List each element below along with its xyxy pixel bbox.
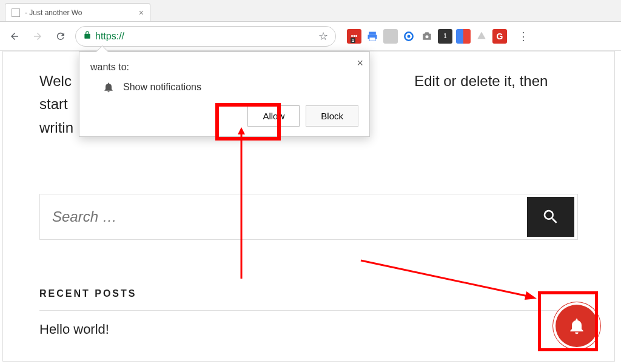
svg-rect-0 bbox=[369, 31, 376, 35]
extension-icon-camera[interactable] bbox=[420, 29, 434, 44]
extension-icon-print[interactable] bbox=[365, 29, 380, 44]
recent-posts-section: RECENT POSTS Hello world! bbox=[39, 288, 578, 337]
lock-icon bbox=[83, 31, 92, 41]
welcome-text-line2: writin bbox=[39, 119, 73, 136]
reload-button[interactable] bbox=[52, 28, 69, 45]
extension-icon-gray[interactable] bbox=[383, 29, 398, 44]
close-tab-icon[interactable]: × bbox=[139, 8, 144, 18]
browser-toolbar: https:// ☆ •••1 1 G ⋮ bbox=[0, 22, 621, 51]
notification-bell-widget[interactable] bbox=[556, 305, 598, 347]
allow-button[interactable]: Allow bbox=[247, 105, 300, 127]
browser-tab[interactable]: - Just another Wo × bbox=[5, 3, 150, 21]
svg-point-5 bbox=[426, 35, 429, 38]
permission-popup: × wants to: Show notifications Allow Blo… bbox=[79, 51, 370, 137]
search-icon bbox=[542, 208, 560, 226]
extension-icon-lastpass[interactable]: •••1 bbox=[347, 29, 361, 44]
recent-posts-heading: RECENT POSTS bbox=[39, 288, 578, 299]
search-box bbox=[39, 194, 578, 240]
url-text: https:// bbox=[95, 31, 315, 42]
welcome-text-prefix: Welc bbox=[39, 73, 72, 89]
extension-icon-dark-badge[interactable]: 1 bbox=[438, 29, 452, 44]
permission-buttons: Allow Block bbox=[90, 105, 358, 127]
bookmark-star-icon[interactable]: ☆ bbox=[318, 30, 328, 43]
block-button[interactable]: Block bbox=[306, 105, 358, 127]
back-button[interactable] bbox=[6, 28, 23, 45]
post-link[interactable]: Hello world! bbox=[39, 322, 109, 337]
extension-icon-q[interactable] bbox=[401, 29, 416, 44]
extension-icon-grammarly[interactable]: G bbox=[492, 29, 507, 44]
search-button[interactable] bbox=[527, 197, 574, 237]
bell-icon bbox=[567, 316, 586, 336]
svg-rect-2 bbox=[369, 37, 375, 41]
tab-favicon bbox=[12, 8, 20, 17]
permission-row: Show notifications bbox=[90, 81, 358, 93]
forward-button[interactable] bbox=[29, 28, 46, 45]
search-input[interactable] bbox=[40, 194, 527, 239]
browser-menu-button[interactable]: ⋮ bbox=[513, 30, 534, 43]
permission-prompt-text: wants to: bbox=[90, 62, 358, 73]
extension-icon-colors[interactable] bbox=[456, 29, 471, 44]
extension-icon-drive[interactable] bbox=[474, 29, 489, 44]
browser-tab-strip: - Just another Wo × bbox=[0, 0, 621, 22]
extension-icons: •••1 1 G bbox=[347, 29, 507, 44]
divider bbox=[39, 310, 578, 311]
bell-icon bbox=[102, 81, 115, 93]
tab-title: - Just another Wo bbox=[25, 8, 134, 17]
permission-label: Show notifications bbox=[123, 82, 201, 93]
close-popup-button[interactable]: × bbox=[357, 57, 363, 70]
svg-point-4 bbox=[408, 35, 411, 38]
address-bar[interactable]: https:// ☆ bbox=[75, 26, 336, 47]
